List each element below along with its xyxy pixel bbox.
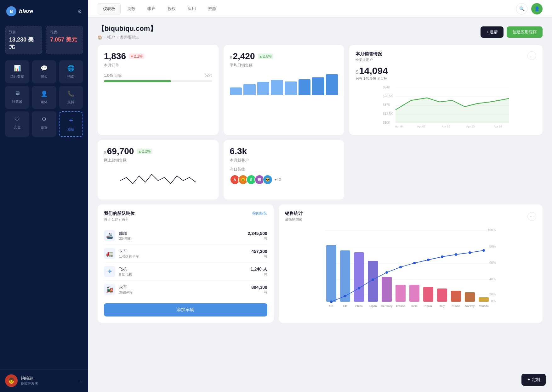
plane-amount: 1,240 人 <box>251 266 267 272</box>
sidebar-footer: 👨 约翰逊 反应开发者 ⋯ <box>0 369 88 392</box>
total-dollar: $ <box>104 150 106 155</box>
svg-text:Germany: Germany <box>381 305 393 308</box>
sidebar-item-support[interactable]: 📞 支持 <box>59 86 83 109</box>
top-stats-grid: 1,836 ▾ 2.2% 本月订单 1,048 目标 62% <box>98 45 543 135</box>
guide-label: 指南 <box>67 74 74 79</box>
svg-point-45 <box>413 262 416 264</box>
svg-rect-29 <box>354 252 364 302</box>
heroes-count: +42 <box>275 177 281 182</box>
fleet-link[interactable]: 检阅船队 <box>252 211 267 216</box>
breadcrumb: 🏠 › 帐户 › 奥弗维耶夫 <box>98 35 157 40</box>
settings-icon[interactable]: ⚙ <box>77 8 82 14</box>
new-customers-label: 本月新客户 <box>230 158 338 163</box>
user-role: 反应开发者 <box>21 381 38 386</box>
user-more-icon[interactable]: ⋯ <box>78 378 83 384</box>
user-nav-avatar[interactable]: 👤 <box>531 3 543 14</box>
fleet-subtitle: 总计 1,247 辆车 <box>104 217 135 222</box>
svg-text:$10K: $10K <box>383 121 390 124</box>
page-title: 【biqubiqu.com】 <box>98 24 157 33</box>
svg-text:China: China <box>355 305 363 308</box>
fleet-item-plane: ✈ 飞机 8 架飞机 1,240 人 吨 <box>104 263 267 281</box>
sales-stats-subtitle: 最畅销国家 <box>285 217 303 222</box>
svg-point-44 <box>399 266 402 268</box>
bottom-grid: 我们的船队吨位 总计 1,247 辆车 检阅船队 🚢 船舶 234艘船 2,34… <box>98 204 543 323</box>
bar-7 <box>312 77 324 95</box>
monthly-sales-card: 本月销售情况 全渠道用户 ··· $ 14,094 另有 $48,346 至目标… <box>349 45 543 135</box>
svg-rect-32 <box>396 285 406 302</box>
tab-dashboard[interactable]: 仪表板 <box>98 3 121 14</box>
svg-text:100%: 100% <box>487 228 496 232</box>
svg-text:80%: 80% <box>489 245 496 248</box>
sidebar-item-guide[interactable]: 🌐 指南 <box>59 60 83 83</box>
tab-pages[interactable]: 页数 <box>122 3 141 14</box>
tab-auth[interactable]: 授权 <box>162 3 181 14</box>
breadcrumb-accounts[interactable]: 帐户 <box>107 35 115 40</box>
monthly-sales-header: 本月销售情况 全渠道用户 <box>356 51 382 62</box>
user-details: 约翰逊 反应开发者 <box>21 376 38 386</box>
search-button[interactable]: 🔍 <box>516 3 527 14</box>
plane-name: 飞机 <box>119 266 247 272</box>
svg-text:Japan: Japan <box>369 305 377 308</box>
logo-icon: B <box>6 6 16 16</box>
orders-card: 1,836 ▾ 2.2% 本月订单 1,048 目标 62% <box>98 45 219 135</box>
sidebar-item-stats[interactable]: 📊 统计数据 <box>5 60 29 83</box>
sales-stats-card: 销售统计 最畅销国家 ··· 100% 80% 60% 40% 20% 0% <box>279 204 543 323</box>
train-value: 804,300 吨 <box>251 285 267 294</box>
invite-button[interactable]: + 邀请 <box>481 26 504 38</box>
svg-text:Apr 04: Apr 04 <box>395 125 404 128</box>
calc-label: 计算器 <box>12 99 22 104</box>
svg-text:40%: 40% <box>489 277 496 281</box>
page-header: 【biqubiqu.com】 🏠 › 帐户 › 奥弗维耶夫 + 邀请 创建应用程… <box>98 24 543 40</box>
tab-accounts[interactable]: 帐户 <box>142 3 161 14</box>
orders-number: 1,836 <box>104 51 126 61</box>
daily-sales-label: 平均日销售额 <box>230 63 338 68</box>
monthly-sales-subtitle: 全渠道用户 <box>356 58 382 62</box>
tab-resources[interactable]: 资源 <box>202 3 221 14</box>
tab-apps[interactable]: 应用 <box>182 3 201 14</box>
svg-text:$13.5K: $13.5K <box>383 112 393 115</box>
svg-point-49 <box>469 251 471 254</box>
daily-sales-change: ▴ 2.6% <box>258 53 273 59</box>
sidebar-item-add[interactable]: + 添新 <box>59 111 83 137</box>
chat-icon: 💬 <box>41 65 48 72</box>
add-vehicle-button[interactable]: 添加车辆 <box>104 303 267 316</box>
heroes-section: 今日英雄 A 😊 S 碚 😎 +42 <box>230 167 338 185</box>
sidebar-item-security[interactable]: 🛡 安全 <box>5 111 29 137</box>
logo-text: blaze <box>19 8 33 15</box>
monthly-sales-more[interactable]: ··· <box>527 51 536 60</box>
content-area: 【biqubiqu.com】 🏠 › 帐户 › 奥弗维耶夫 + 邀请 创建应用程… <box>88 18 552 392</box>
sidebar-item-calc[interactable]: 🖥 计算器 <box>5 86 29 109</box>
settings-label: 设置 <box>41 125 48 130</box>
calc-icon: 🖥 <box>14 90 20 97</box>
plane-icon: ✈ <box>104 266 115 277</box>
sales-stats-title-section: 销售统计 最畅销国家 <box>285 211 303 222</box>
plane-value: 1,240 人 吨 <box>251 266 267 277</box>
sidebar-item-settings[interactable]: ⚙ 设置 <box>32 111 56 137</box>
breadcrumb-home[interactable]: 🏠 <box>98 35 102 40</box>
page-actions: + 邀请 创建应用程序 <box>481 26 543 38</box>
svg-text:Apr 16: Apr 16 <box>494 125 502 128</box>
svg-text:Apr 10: Apr 10 <box>442 125 450 128</box>
expense-label: 花费 <box>50 30 79 35</box>
user-avatar: 👨 <box>5 374 18 387</box>
monthly-dollar: $ <box>356 70 358 75</box>
logo: B blaze <box>6 6 33 16</box>
budget-card: 预算 13,230 美元 <box>5 26 42 54</box>
svg-rect-35 <box>437 288 447 302</box>
define-button[interactable]: ✦ 定制 <box>521 374 546 386</box>
svg-point-50 <box>482 249 485 252</box>
sidebar-item-chat[interactable]: 💬 聊天 <box>32 60 56 83</box>
budget-label: 预算 <box>9 30 38 35</box>
svg-text:US: US <box>329 305 333 308</box>
svg-text:Spain: Spain <box>424 305 432 308</box>
sidebar-item-media[interactable]: 👤 媒体 <box>32 86 56 109</box>
fleet-card: 我们的船队吨位 总计 1,247 辆车 检阅船队 🚢 船舶 234艘船 2,34… <box>98 204 274 323</box>
new-customers-card: 6.3k 本月新客户 今日英雄 A 😊 S 碚 😎 +42 <box>224 140 344 199</box>
new-customers-number: 6.3k <box>230 146 338 156</box>
progress-bar-fill <box>104 80 171 82</box>
create-app-button[interactable]: 创建应用程序 <box>507 26 543 38</box>
svg-point-42 <box>372 278 374 281</box>
plane-unit: 吨 <box>251 272 267 277</box>
bar-2 <box>243 84 256 95</box>
sales-stats-more[interactable]: ··· <box>527 212 536 221</box>
